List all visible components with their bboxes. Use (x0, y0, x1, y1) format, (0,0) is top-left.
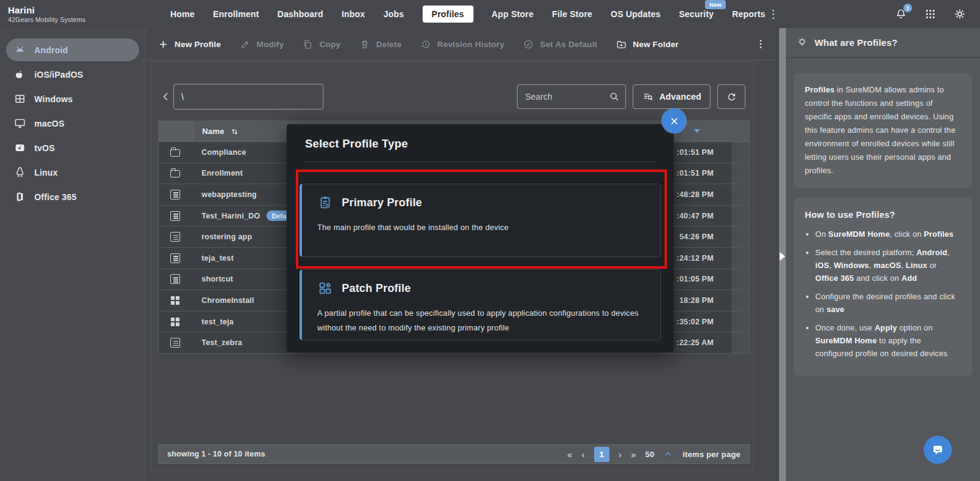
notifications-bell-icon[interactable]: 1 (894, 7, 908, 21)
first-page-icon[interactable]: « (567, 450, 573, 459)
list-row-icon-cell (159, 232, 193, 242)
list-icon (170, 211, 181, 221)
sidebar-item-android[interactable]: Android (6, 39, 139, 61)
next-page-icon[interactable]: › (619, 450, 622, 459)
icon-column-header (159, 121, 194, 141)
pencil-icon (239, 39, 251, 50)
name-header-label: Name (202, 127, 224, 136)
refresh-button[interactable] (717, 84, 745, 109)
primary-profile-title: Primary Profile (342, 196, 422, 209)
folder-back-icon[interactable] (160, 91, 172, 103)
grid-icon (170, 296, 181, 305)
bulb-icon (796, 36, 809, 49)
row-scroll-gutter (732, 163, 749, 184)
revision-history-button: Revision History (420, 39, 505, 50)
prev-page-icon[interactable]: ‹ (582, 450, 585, 459)
patch-profile-description: A partial profile that can be specifical… (317, 306, 645, 335)
howto-step-2: Select the desired platform; Android, iO… (815, 246, 961, 285)
row-scroll-gutter (732, 206, 749, 226)
sidebar-item-label: Office 365 (34, 192, 77, 202)
sidebar-item-label: macOS (34, 119, 64, 129)
page-size-caret-icon[interactable] (663, 449, 673, 459)
howto-step-1: On SureMDM Home, click on Profiles (815, 228, 961, 240)
help-panel-header: What are Profiles? (786, 28, 980, 58)
nav-item-file-store[interactable]: File Store (552, 9, 592, 19)
help-panel-title: What are Profiles? (815, 37, 897, 48)
row-name-label: Test_Harini_DO (202, 212, 260, 220)
nav-item-reports[interactable]: Reports (732, 9, 765, 19)
sort-arrows-icon[interactable] (229, 126, 240, 137)
row-name-label: test_teja (202, 318, 234, 326)
row-name-label: ChromeInstall (202, 296, 254, 305)
dialog-title: Select Profile Type (287, 124, 674, 151)
sidebar-item-office-365[interactable]: Office 365 (6, 185, 139, 208)
nav-item-dashboard[interactable]: Dashboard (277, 9, 323, 19)
patch-profile-icon (317, 280, 333, 296)
chat-support-button[interactable] (924, 436, 952, 464)
topbar-actions: 1 (894, 7, 980, 21)
patch-profile-title: Patch Profile (342, 282, 411, 295)
row-name-label: webapptesting (202, 190, 257, 199)
search-icon[interactable] (608, 91, 620, 103)
chat-bubble-icon (930, 442, 946, 458)
advanced-filter-icon (642, 91, 654, 103)
nav-item-home[interactable]: Home (170, 9, 195, 19)
toolbar-more-icon[interactable] (755, 38, 767, 50)
pagination-controls: « ‹ 1 › » 50 items per page (567, 447, 741, 462)
toolbar-button-label: New Profile (175, 40, 221, 49)
last-page-icon[interactable]: » (631, 450, 636, 459)
nav-item-inbox[interactable]: Inbox (342, 9, 365, 19)
sidebar-item-linux[interactable]: Linux (6, 161, 139, 184)
advanced-search-button[interactable]: Advanced (633, 84, 710, 109)
page-size-value[interactable]: 50 (646, 450, 655, 459)
row-scroll-gutter (732, 142, 749, 163)
list-icon (170, 232, 181, 242)
main-nav: HomeEnrollmentDashboardInboxJobsProfiles… (170, 6, 766, 23)
folder-row-icon-cell (159, 168, 193, 178)
apps-grid-icon[interactable] (924, 7, 937, 21)
settings-gear-icon[interactable] (953, 7, 967, 21)
primary-profile-option[interactable]: Primary Profile The main profile that wo… (300, 184, 661, 257)
nav-item-app-store[interactable]: App Store (492, 9, 534, 19)
nav-item-profiles[interactable]: Profiles (423, 6, 473, 23)
row-name-label: teja_test (202, 254, 234, 263)
sidebar-item-tvos[interactable]: tvOS (6, 136, 139, 159)
nav-item-enrollment[interactable]: Enrollment (213, 9, 259, 19)
new-badge: New (705, 0, 726, 9)
set-as-default-button: Set As Default (522, 39, 597, 50)
sidebar-item-label: tvOS (34, 143, 55, 153)
row-scroll-gutter (732, 290, 749, 311)
list-row-icon-cell (159, 338, 193, 348)
panel-expand-arrow-icon[interactable] (780, 252, 785, 261)
org-name: 42Gears Mobility Systems (8, 16, 152, 23)
patch-profile-option[interactable]: Patch Profile A partial profile that can… (300, 269, 661, 340)
sort-caret-icon (694, 129, 700, 133)
sidebar-item-label: Linux (34, 168, 58, 177)
account-name: Harini (8, 5, 152, 15)
advanced-label: Advanced (659, 92, 701, 102)
sidebar-item-ios-ipados[interactable]: iOS/iPadOS (6, 63, 139, 86)
sidebar-item-windows[interactable]: Windows (6, 88, 139, 110)
dialog-close-button[interactable] (662, 108, 687, 133)
plus-icon (157, 39, 169, 50)
grid-row-icon-cell (159, 317, 193, 327)
trash-icon (359, 39, 371, 50)
toolbar-button-label: Revision History (437, 40, 505, 49)
copy-button: Copy (302, 39, 341, 50)
new-profile-button[interactable]: New Profile (157, 39, 221, 50)
platform-sidebar: AndroidiOS/iPadOSWindowsmacOStvOSLinuxOf… (0, 28, 146, 481)
new-folder-button[interactable]: New Folder (616, 39, 679, 50)
nav-item-security[interactable]: SecurityNew (679, 9, 714, 19)
nav-item-os-updates[interactable]: OS Updates (611, 9, 660, 19)
nav-more-icon[interactable]: ⋮ (768, 7, 779, 21)
current-page-button[interactable]: 1 (594, 447, 609, 462)
about-profiles-text: Profiles in SureMDM allows admins to con… (805, 85, 956, 175)
sidebar-item-macos[interactable]: macOS (6, 112, 139, 135)
howto-step-3: Configure the desired profiles and click… (815, 290, 961, 316)
folder-path-input[interactable] (173, 84, 323, 110)
linux-icon (13, 166, 26, 179)
folder-row-icon-cell (159, 147, 193, 157)
toolbar-button-label: Modify (257, 40, 284, 49)
nav-item-jobs[interactable]: Jobs (383, 9, 404, 19)
select-profile-type-dialog: Select Profile Type Primary Profile The … (287, 124, 674, 352)
